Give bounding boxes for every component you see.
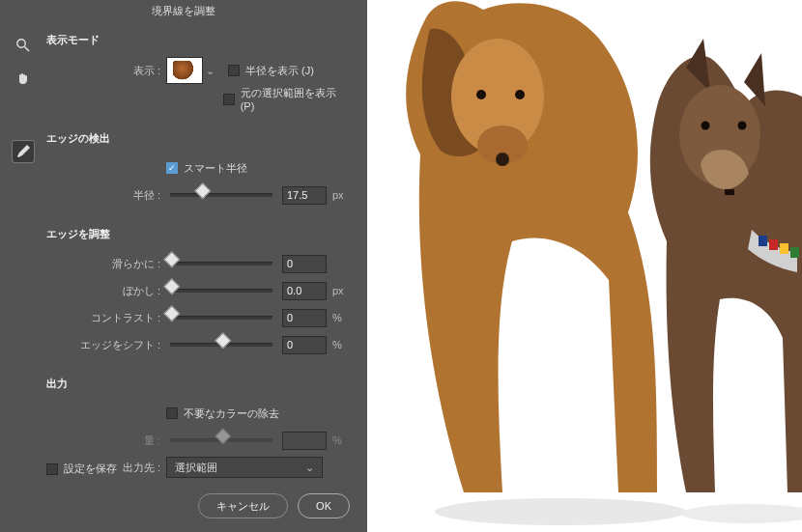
decon-label: 不要なカラーの除去 [184, 406, 279, 421]
section-view-mode: 表示モード [46, 33, 350, 47]
amount-slider [170, 438, 272, 442]
section-adjust-edge: エッジを調整 [46, 227, 350, 241]
output-to-value: 選択範囲 [175, 461, 217, 475]
smooth-slider[interactable] [170, 262, 272, 266]
svg-rect-15 [780, 243, 788, 254]
panel-content: 表示モード 表示 : ⌄ 半径を表示 (J) 元の選択範囲を表示 (P) エッジ… [46, 0, 367, 532]
radius-label: 半径 : [46, 188, 166, 203]
output-to-select[interactable]: 選択範囲 ⌄ [166, 457, 323, 478]
ok-button[interactable]: OK [298, 493, 350, 518]
svg-point-0 [17, 40, 25, 47]
radius-unit: px [327, 189, 350, 201]
show-original-checkbox[interactable] [223, 94, 235, 105]
svg-point-11 [738, 122, 747, 130]
svg-point-8 [435, 498, 686, 525]
preview-canvas[interactable] [367, 0, 802, 532]
svg-rect-14 [769, 239, 778, 250]
feather-input[interactable] [282, 282, 327, 300]
chevron-down-icon: ⌄ [305, 462, 314, 474]
feather-unit: px [327, 285, 350, 296]
smooth-input[interactable] [282, 255, 327, 273]
svg-line-1 [25, 47, 30, 52]
shift-input[interactable] [282, 336, 327, 354]
zoom-tool[interactable] [13, 35, 34, 56]
remember-label: 設定を保存 [64, 462, 117, 476]
feather-label: ぼかし : [46, 284, 166, 298]
shift-label: エッジをシフト : [46, 338, 166, 352]
contrast-input[interactable] [282, 309, 327, 327]
contrast-unit: % [327, 312, 350, 323]
svg-rect-16 [790, 247, 799, 258]
svg-rect-13 [759, 236, 767, 246]
dialog-title: 境界線を調整 [0, 4, 367, 18]
show-radius-checkbox[interactable] [228, 65, 240, 76]
contrast-label: コントラスト : [46, 311, 166, 325]
radius-input[interactable] [282, 186, 327, 205]
shift-unit: % [327, 339, 350, 350]
display-label: 表示 : [46, 64, 166, 78]
refine-edge-panel: 境界線を調整 表示モード 表示 : ⌄ 半径を表示 (J) 元の選択範囲 [0, 0, 367, 532]
amount-unit: % [327, 434, 350, 446]
show-radius-label: 半径を表示 (J) [245, 64, 314, 78]
decon-checkbox[interactable] [166, 407, 178, 419]
svg-rect-12 [725, 189, 734, 195]
radius-slider[interactable] [170, 193, 272, 197]
preview-image [367, 0, 802, 532]
section-output: 出力 [46, 377, 350, 391]
hand-tool[interactable] [13, 68, 34, 89]
view-mode-thumbnail[interactable] [166, 57, 203, 84]
shift-slider[interactable] [170, 343, 272, 347]
svg-point-10 [702, 122, 710, 130]
svg-point-6 [476, 90, 486, 99]
remember-checkbox[interactable] [46, 463, 58, 475]
feather-slider[interactable] [170, 289, 272, 293]
amount-input [282, 432, 327, 450]
show-original-label: 元の選択範囲を表示 (P) [241, 86, 350, 112]
contrast-slider[interactable] [170, 316, 272, 320]
smart-radius-label: スマート半径 [184, 161, 247, 176]
section-edge-detect: エッジの検出 [46, 131, 350, 146]
svg-point-5 [496, 153, 509, 166]
cancel-button[interactable]: キャンセル [198, 493, 288, 518]
view-mode-dropdown-caret[interactable]: ⌄ [205, 65, 215, 77]
svg-point-7 [515, 90, 525, 99]
smooth-label: 滑らかに : [46, 257, 166, 271]
refine-brush-tool[interactable] [13, 141, 34, 162]
amount-label: 量 : [46, 434, 166, 448]
tool-strip [0, 0, 46, 532]
smart-radius-checkbox[interactable] [166, 162, 178, 174]
